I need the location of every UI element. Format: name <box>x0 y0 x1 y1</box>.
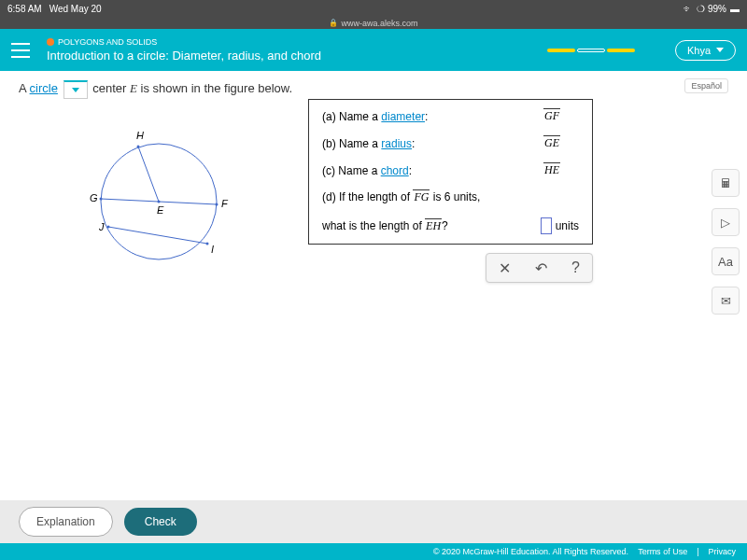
content-area: Español A circle center E is shown in th… <box>0 71 747 472</box>
lesson-title: Introduction to a circle: Diameter, radi… <box>47 49 321 63</box>
wifi-icon: ᯤ <box>684 4 693 14</box>
footer: © 2020 McGraw-Hill Education. All Rights… <box>0 543 747 560</box>
svg-text:F: F <box>221 198 229 209</box>
answer-a: GF <box>543 109 560 123</box>
battery-icon: ▬ <box>730 4 740 14</box>
svg-text:I: I <box>211 244 214 255</box>
svg-point-5 <box>137 146 140 148</box>
progress-bar <box>547 49 635 52</box>
radius-link[interactable]: radius <box>381 137 412 150</box>
undo-icon[interactable]: ↶ <box>535 259 547 277</box>
user-menu[interactable]: Khya <box>675 40 736 61</box>
privacy-link[interactable]: Privacy <box>708 547 736 556</box>
battery-pct: ❍ 99% <box>697 4 726 14</box>
lesson-category: POLYGONS AND SOLIDS <box>47 37 321 47</box>
circle-link[interactable]: circle <box>30 81 58 95</box>
diameter-link[interactable]: diameter <box>381 110 425 123</box>
bottom-bar: Explanation Check <box>0 500 747 543</box>
svg-text:H: H <box>136 130 144 141</box>
answer-input[interactable] <box>541 217 552 234</box>
svg-text:G: G <box>90 192 98 203</box>
answer-b: GE <box>543 136 560 150</box>
copyright: © 2020 McGraw-Hill Education. All Rights… <box>433 547 628 556</box>
svg-line-2 <box>138 147 159 202</box>
chevron-down-icon <box>716 48 724 52</box>
answer-toolbar: ✕ ↶ ? <box>486 253 593 283</box>
answer-c: HE <box>543 163 560 177</box>
svg-point-4 <box>158 201 161 203</box>
dropdown-button[interactable] <box>63 80 88 99</box>
status-time: 6:58 AM <box>7 4 42 14</box>
svg-text:E: E <box>157 204 164 216</box>
circle-diagram: H G F E J I <box>75 113 243 281</box>
chord-link[interactable]: chord <box>381 164 409 177</box>
explanation-button[interactable]: Explanation <box>19 507 113 537</box>
url-text: www-awa.aleks.com <box>341 19 417 28</box>
svg-point-7 <box>216 203 218 206</box>
svg-line-3 <box>108 227 207 244</box>
clear-icon[interactable]: ✕ <box>499 259 511 277</box>
status-date: Wed May 20 <box>49 4 102 14</box>
svg-point-9 <box>206 243 209 245</box>
font-icon[interactable]: Aa <box>712 247 740 275</box>
answer-box: (a) Name a diameter: GF (b) Name a radiu… <box>308 99 593 245</box>
status-bar: 6:58 AM Wed May 20 ᯤ ❍ 99% ▬ <box>0 0 747 17</box>
lock-icon: 🔒 <box>329 19 338 27</box>
question-prompt: A circle center E is shown in the figure… <box>19 80 728 99</box>
side-tools: 🖩 ▷ Aa ✉ <box>712 169 740 315</box>
mail-icon[interactable]: ✉ <box>712 287 740 315</box>
svg-point-6 <box>100 198 103 201</box>
calculator-icon[interactable]: 🖩 <box>712 169 740 197</box>
svg-point-8 <box>107 226 110 229</box>
video-icon[interactable]: ▷ <box>712 208 740 236</box>
language-toggle[interactable]: Español <box>684 78 728 93</box>
help-icon[interactable]: ? <box>571 259 580 276</box>
svg-text:J: J <box>98 221 105 232</box>
url-bar: 🔒 www-awa.aleks.com <box>0 17 747 29</box>
app-header: POLYGONS AND SOLIDS Introduction to a ci… <box>0 29 747 71</box>
menu-icon[interactable] <box>11 43 30 58</box>
user-name: Khya <box>687 45 711 56</box>
terms-link[interactable]: Terms of Use <box>638 547 687 556</box>
check-button[interactable]: Check <box>124 508 197 536</box>
